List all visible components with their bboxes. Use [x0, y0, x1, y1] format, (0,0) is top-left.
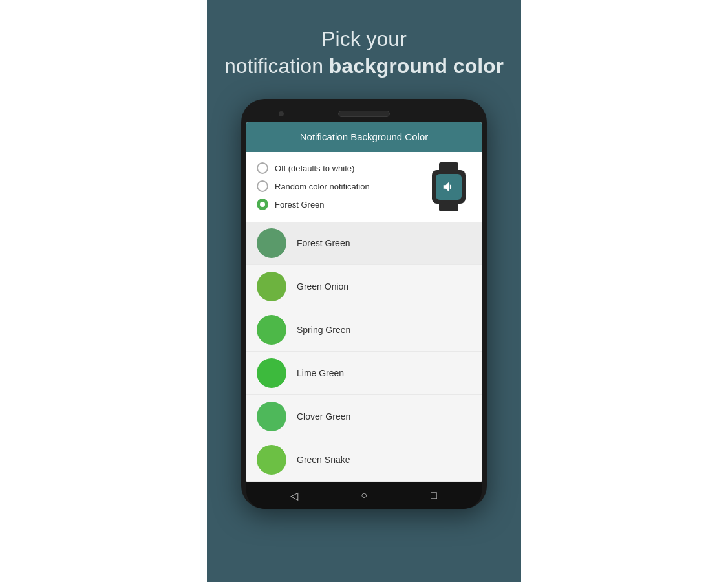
color-list: Forest Green Green Onion Spring Green Li… — [246, 222, 482, 482]
radio-label-off: Off (defaults to white) — [275, 164, 354, 173]
color-name-forest-green: Forest Green — [297, 238, 350, 248]
color-dot-lime-green — [257, 358, 286, 388]
watch-preview — [426, 162, 471, 211]
header-line2-bold: background color — [329, 54, 504, 78]
color-dot-spring-green — [257, 315, 286, 345]
phone-camera — [279, 111, 284, 116]
color-item-spring-green[interactable]: Spring Green — [246, 308, 482, 352]
color-item-green-snake[interactable]: Green Snake — [246, 438, 482, 482]
watch-body — [432, 170, 466, 204]
radio-circle-off — [257, 162, 268, 174]
color-dot-forest-green — [257, 228, 286, 258]
color-item-lime-green[interactable]: Lime Green — [246, 352, 482, 395]
app-toolbar: Notification Background Color — [246, 122, 482, 152]
nav-recents-button[interactable]: □ — [424, 486, 444, 505]
speaker-icon — [442, 180, 456, 194]
settings-panel: Off (defaults to white) Random color not… — [246, 152, 482, 222]
color-dot-green-snake — [257, 445, 286, 475]
phone-nav-bar: ◁ ○ □ — [246, 482, 482, 509]
phone-shell: Notification Background Color Off (defau… — [241, 99, 487, 509]
radio-label-random: Random color notification — [275, 182, 370, 191]
phone-top-bar — [246, 107, 482, 122]
radio-option-random[interactable]: Random color notification — [257, 180, 370, 192]
color-name-lime-green: Lime Green — [297, 368, 344, 378]
app-screen: Notification Background Color Off (defau… — [246, 122, 482, 482]
header-line2-prefix: notification — [224, 54, 329, 78]
watch-screen — [436, 174, 462, 200]
main-content: Pick your notification background color … — [0, 0, 728, 509]
color-name-green-snake: Green Snake — [297, 455, 350, 465]
toolbar-title: Notification Background Color — [300, 131, 428, 142]
radio-circle-random — [257, 180, 268, 192]
header-line1: Pick your — [224, 26, 504, 53]
color-dot-green-onion — [257, 272, 286, 301]
color-item-green-onion[interactable]: Green Onion — [246, 265, 482, 308]
nav-home-button[interactable]: ○ — [354, 486, 374, 505]
color-name-clover-green: Clover Green — [297, 411, 350, 422]
nav-back-button[interactable]: ◁ — [284, 486, 304, 505]
radio-options: Off (defaults to white) Random color not… — [257, 162, 370, 210]
color-name-green-onion: Green Onion — [297, 281, 348, 292]
watch-band-bottom — [439, 204, 458, 211]
radio-option-off[interactable]: Off (defaults to white) — [257, 162, 370, 174]
color-dot-clover-green — [257, 402, 286, 431]
watch-band-top — [439, 162, 458, 170]
phone-speaker — [338, 111, 390, 117]
radio-option-forest[interactable]: Forest Green — [257, 199, 370, 210]
color-name-spring-green: Spring Green — [297, 325, 350, 335]
color-item-forest-green[interactable]: Forest Green — [246, 222, 482, 265]
color-item-clover-green[interactable]: Clover Green — [246, 395, 482, 438]
header-line2: notification background color — [224, 53, 504, 80]
radio-circle-forest — [257, 199, 268, 210]
radio-label-forest: Forest Green — [275, 200, 325, 210]
header-text: Pick your notification background color — [224, 26, 504, 80]
